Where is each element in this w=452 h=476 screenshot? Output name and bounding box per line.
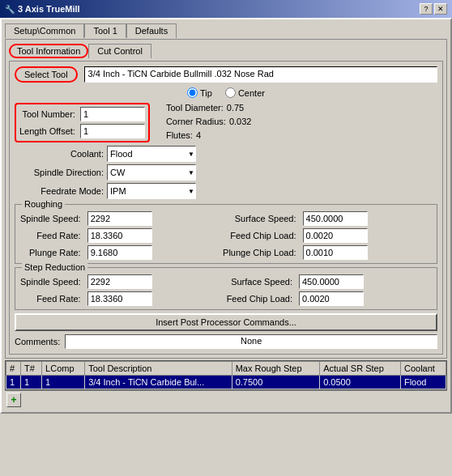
roughing-fields: Spindle Speed: Surface Speed: Feed Rate:…	[20, 211, 432, 260]
tip-center-radio-row: Tip Center	[15, 87, 437, 98]
sub-content: Select Tool 3/4 Inch - TiCN Carbide Bull…	[9, 61, 443, 355]
tip-radio-label[interactable]: Tip	[187, 87, 212, 98]
col-coolant: Coolant	[400, 362, 446, 376]
tab-tool-information[interactable]: Tool Information	[9, 44, 88, 58]
sr-feed-chip-load-input[interactable]	[299, 291, 364, 306]
coolant-select[interactable]: Flood Mist Off	[107, 146, 196, 162]
sr-feed-rate-input[interactable]	[87, 291, 152, 306]
sr-surface-speed-label: Surface Speed:	[227, 277, 292, 287]
col-desc: Tool Description	[85, 362, 232, 376]
feedrate-mode-label: Feedrate Mode:	[15, 186, 104, 196]
cell-actual-sr: 0.0500	[320, 376, 401, 389]
tool-diameter-label: Tool Diameter:	[166, 103, 224, 113]
center-radio[interactable]	[225, 87, 236, 98]
col-num: #	[6, 362, 21, 376]
spindle-direction-label: Spindle Direction:	[15, 168, 104, 177]
cell-coolant: Flood	[400, 376, 446, 389]
comments-value: None	[65, 334, 437, 349]
tool-specs: Tool Diameter: 0.75 Corner Radius: 0.032…	[166, 103, 252, 142]
roughing-feed-rate-input[interactable]	[87, 228, 152, 243]
comments-row: Comments: None	[15, 334, 437, 349]
sr-spindle-speed-input[interactable]	[87, 274, 152, 289]
sr-feed-chip-load-label: Feed Chip Load:	[227, 294, 292, 304]
length-offset-label: Length Offset:	[19, 126, 75, 136]
select-tool-row: Select Tool 3/4 Inch - TiCN Carbide Bull…	[15, 66, 437, 83]
roughing-surface-speed-label: Surface Speed:	[223, 214, 296, 223]
insert-post-processor-button[interactable]: Insert Post Processor Commands...	[15, 313, 437, 331]
bottom-toolbar: +	[5, 390, 447, 409]
app-icon: 🔧	[5, 5, 15, 14]
window-title: 3 Axis TrueMill	[18, 4, 80, 14]
help-button[interactable]: ?	[420, 3, 433, 15]
feedrate-mode-select[interactable]: IPM IPR MMPM	[107, 183, 196, 199]
tip-radio[interactable]	[187, 87, 198, 98]
tab-defaults[interactable]: Defaults	[126, 23, 177, 38]
roughing-plunge-rate-label: Plunge Rate:	[20, 248, 81, 257]
spindle-direction-select[interactable]: CW CCW	[107, 164, 196, 181]
tool-number-label: Tool Number:	[19, 109, 75, 119]
step-reduction-group: Step Reduction Spindle Speed: Surface Sp…	[15, 267, 437, 310]
roughing-spindle-speed-input[interactable]	[87, 211, 152, 226]
cell-desc: 3/4 Inch - TiCN Carbide Bul...	[85, 376, 232, 389]
col-actual-sr: Actual SR Step	[320, 362, 401, 376]
col-lcomp: LComp	[42, 362, 85, 376]
coolant-select-wrapper: Flood Mist Off ▼	[107, 146, 196, 162]
table-row[interactable]: 1 1 1 3/4 Inch - TiCN Carbide Bul... 0.7…	[6, 376, 446, 389]
feedrate-mode-row: Feedrate Mode: IPM IPR MMPM ▼	[15, 183, 437, 199]
roughing-plunge-rate-input[interactable]	[87, 245, 152, 260]
sr-spindle-speed-label: Spindle Speed:	[20, 277, 81, 287]
roughing-feed-chip-load-label: Feed Chip Load:	[223, 231, 296, 240]
cell-max-rough: 0.7500	[232, 376, 320, 389]
step-reduction-fields: Spindle Speed: Surface Speed: Feed Rate:…	[20, 274, 432, 306]
coolant-label: Coolant:	[15, 149, 104, 159]
roughing-plunge-chip-load-input[interactable]	[303, 245, 368, 260]
main-window: Setup\Common Tool 1 Defaults Tool Inform…	[0, 18, 452, 414]
center-radio-label[interactable]: Center	[225, 87, 265, 98]
coolant-row: Coolant: Flood Mist Off ▼	[15, 146, 437, 162]
spindle-direction-row: Spindle Direction: CW CCW ▼	[15, 164, 437, 181]
tool-description-field: 3/4 Inch - TiCN Carbide Bullmill .032 No…	[84, 66, 437, 83]
comments-label: Comments:	[15, 337, 60, 346]
col-max-rough: Max Rough Step	[232, 362, 320, 376]
tab-tool1[interactable]: Tool 1	[84, 23, 126, 38]
bottom-table-area: # T# LComp Tool Description Max Rough St…	[5, 360, 447, 390]
select-tool-button[interactable]: Select Tool	[15, 66, 78, 83]
add-row-button[interactable]: +	[6, 393, 21, 407]
sr-surface-speed-input[interactable]	[299, 274, 364, 289]
tab-cut-control[interactable]: Cut Control	[88, 44, 151, 58]
close-button[interactable]: ✕	[434, 3, 447, 15]
roughing-group: Roughing Spindle Speed: Surface Speed: F…	[15, 204, 437, 264]
roughing-spindle-speed-label: Spindle Speed:	[20, 214, 81, 223]
cell-num: 1	[6, 376, 21, 389]
cell-lcomp: 1	[42, 376, 85, 389]
cell-tnum: 1	[21, 376, 42, 389]
step-reduction-title: Step Reduction	[22, 262, 87, 272]
main-content: Tool Information Cut Control Select Tool…	[5, 39, 447, 359]
roughing-feed-rate-label: Feed Rate:	[20, 231, 81, 240]
main-tab-row: Setup\Common Tool 1 Defaults	[5, 23, 447, 37]
corner-radius-value: 0.032	[229, 117, 252, 126]
corner-radius-label: Corner Radius:	[166, 117, 226, 126]
roughing-title: Roughing	[22, 199, 65, 209]
table-header-row: # T# LComp Tool Description Max Rough St…	[6, 362, 446, 376]
tab-setup-common[interactable]: Setup\Common	[5, 23, 84, 38]
tool-diameter-value: 0.75	[227, 103, 244, 113]
title-bar: 🔧 3 Axis TrueMill ? ✕	[0, 0, 452, 18]
flutes-value: 4	[196, 130, 201, 140]
col-tnum: T#	[21, 362, 42, 376]
spindle-direction-select-wrapper: CW CCW ▼	[107, 164, 196, 181]
length-offset-input[interactable]	[80, 124, 145, 138]
tool-table: # T# LComp Tool Description Max Rough St…	[6, 361, 446, 389]
sub-tab-row: Tool Information Cut Control	[9, 43, 443, 57]
roughing-surface-speed-input[interactable]	[303, 211, 368, 226]
tool-number-input[interactable]	[80, 107, 145, 121]
flutes-label: Flutes:	[166, 130, 193, 140]
roughing-feed-chip-load-input[interactable]	[303, 228, 368, 243]
sr-feed-rate-label: Feed Rate:	[20, 294, 81, 304]
feedrate-mode-select-wrapper: IPM IPR MMPM ▼	[107, 183, 196, 199]
roughing-plunge-chip-load-label: Plunge Chip Load:	[223, 248, 296, 257]
tool-number-box: Tool Number: Length Offset:	[15, 103, 150, 142]
